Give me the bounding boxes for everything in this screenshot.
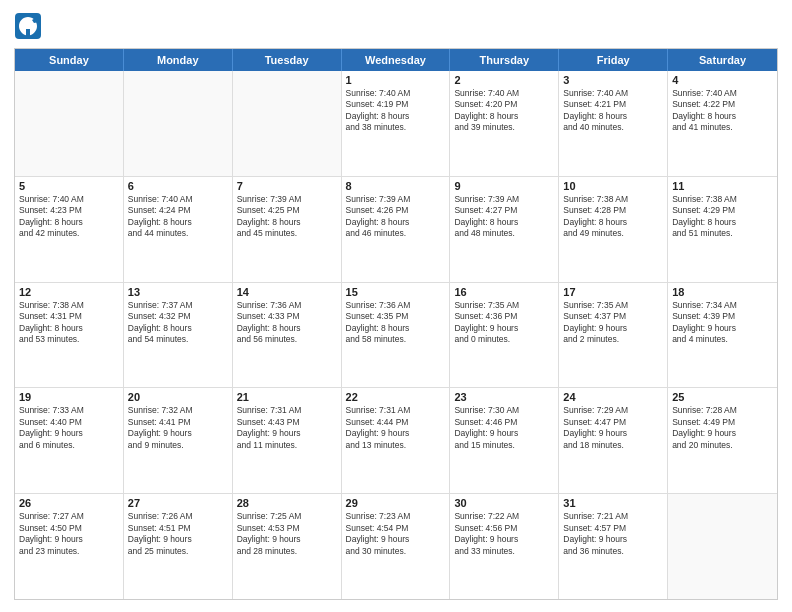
cell-info-15: Sunrise: 7:36 AM Sunset: 4:35 PM Dayligh… xyxy=(346,300,446,346)
calendar-cell-3-7: 18Sunrise: 7:34 AM Sunset: 4:39 PM Dayli… xyxy=(668,283,777,388)
calendar-cell-2-5: 9Sunrise: 7:39 AM Sunset: 4:27 PM Daylig… xyxy=(450,177,559,282)
day-number-6: 6 xyxy=(128,180,228,192)
cell-info-7: Sunrise: 7:39 AM Sunset: 4:25 PM Dayligh… xyxy=(237,194,337,240)
cell-info-9: Sunrise: 7:39 AM Sunset: 4:27 PM Dayligh… xyxy=(454,194,554,240)
weekday-friday: Friday xyxy=(559,49,668,71)
calendar-cell-1-2 xyxy=(124,71,233,176)
day-number-4: 4 xyxy=(672,74,773,86)
cell-info-28: Sunrise: 7:25 AM Sunset: 4:53 PM Dayligh… xyxy=(237,511,337,557)
cell-info-23: Sunrise: 7:30 AM Sunset: 4:46 PM Dayligh… xyxy=(454,405,554,451)
cell-info-21: Sunrise: 7:31 AM Sunset: 4:43 PM Dayligh… xyxy=(237,405,337,451)
weekday-thursday: Thursday xyxy=(450,49,559,71)
day-number-14: 14 xyxy=(237,286,337,298)
cell-info-25: Sunrise: 7:28 AM Sunset: 4:49 PM Dayligh… xyxy=(672,405,773,451)
calendar-cell-4-7: 25Sunrise: 7:28 AM Sunset: 4:49 PM Dayli… xyxy=(668,388,777,493)
calendar-cell-4-1: 19Sunrise: 7:33 AM Sunset: 4:40 PM Dayli… xyxy=(15,388,124,493)
day-number-12: 12 xyxy=(19,286,119,298)
day-number-8: 8 xyxy=(346,180,446,192)
calendar-cell-2-2: 6Sunrise: 7:40 AM Sunset: 4:24 PM Daylig… xyxy=(124,177,233,282)
calendar-cell-2-3: 7Sunrise: 7:39 AM Sunset: 4:25 PM Daylig… xyxy=(233,177,342,282)
calendar-cell-2-1: 5Sunrise: 7:40 AM Sunset: 4:23 PM Daylig… xyxy=(15,177,124,282)
cell-info-6: Sunrise: 7:40 AM Sunset: 4:24 PM Dayligh… xyxy=(128,194,228,240)
day-number-27: 27 xyxy=(128,497,228,509)
calendar-cell-3-6: 17Sunrise: 7:35 AM Sunset: 4:37 PM Dayli… xyxy=(559,283,668,388)
weekday-monday: Monday xyxy=(124,49,233,71)
weekday-saturday: Saturday xyxy=(668,49,777,71)
calendar-cell-4-5: 23Sunrise: 7:30 AM Sunset: 4:46 PM Dayli… xyxy=(450,388,559,493)
day-number-15: 15 xyxy=(346,286,446,298)
day-number-20: 20 xyxy=(128,391,228,403)
day-number-23: 23 xyxy=(454,391,554,403)
day-number-31: 31 xyxy=(563,497,663,509)
day-number-2: 2 xyxy=(454,74,554,86)
cell-info-12: Sunrise: 7:38 AM Sunset: 4:31 PM Dayligh… xyxy=(19,300,119,346)
cell-info-1: Sunrise: 7:40 AM Sunset: 4:19 PM Dayligh… xyxy=(346,88,446,134)
day-number-19: 19 xyxy=(19,391,119,403)
cell-info-19: Sunrise: 7:33 AM Sunset: 4:40 PM Dayligh… xyxy=(19,405,119,451)
cell-info-10: Sunrise: 7:38 AM Sunset: 4:28 PM Dayligh… xyxy=(563,194,663,240)
day-number-28: 28 xyxy=(237,497,337,509)
cell-info-17: Sunrise: 7:35 AM Sunset: 4:37 PM Dayligh… xyxy=(563,300,663,346)
day-number-22: 22 xyxy=(346,391,446,403)
weekday-wednesday: Wednesday xyxy=(342,49,451,71)
calendar-cell-1-6: 3Sunrise: 7:40 AM Sunset: 4:21 PM Daylig… xyxy=(559,71,668,176)
day-number-11: 11 xyxy=(672,180,773,192)
cell-info-13: Sunrise: 7:37 AM Sunset: 4:32 PM Dayligh… xyxy=(128,300,228,346)
calendar-header: Sunday Monday Tuesday Wednesday Thursday… xyxy=(15,49,777,71)
calendar-week-2: 5Sunrise: 7:40 AM Sunset: 4:23 PM Daylig… xyxy=(15,177,777,283)
calendar-cell-3-4: 15Sunrise: 7:36 AM Sunset: 4:35 PM Dayli… xyxy=(342,283,451,388)
cell-info-18: Sunrise: 7:34 AM Sunset: 4:39 PM Dayligh… xyxy=(672,300,773,346)
cell-info-5: Sunrise: 7:40 AM Sunset: 4:23 PM Dayligh… xyxy=(19,194,119,240)
cell-info-11: Sunrise: 7:38 AM Sunset: 4:29 PM Dayligh… xyxy=(672,194,773,240)
cell-info-27: Sunrise: 7:26 AM Sunset: 4:51 PM Dayligh… xyxy=(128,511,228,557)
calendar-cell-3-2: 13Sunrise: 7:37 AM Sunset: 4:32 PM Dayli… xyxy=(124,283,233,388)
calendar-week-3: 12Sunrise: 7:38 AM Sunset: 4:31 PM Dayli… xyxy=(15,283,777,389)
calendar-cell-4-4: 22Sunrise: 7:31 AM Sunset: 4:44 PM Dayli… xyxy=(342,388,451,493)
calendar-cell-1-4: 1Sunrise: 7:40 AM Sunset: 4:19 PM Daylig… xyxy=(342,71,451,176)
day-number-10: 10 xyxy=(563,180,663,192)
calendar-cell-2-7: 11Sunrise: 7:38 AM Sunset: 4:29 PM Dayli… xyxy=(668,177,777,282)
day-number-29: 29 xyxy=(346,497,446,509)
cell-info-30: Sunrise: 7:22 AM Sunset: 4:56 PM Dayligh… xyxy=(454,511,554,557)
calendar-cell-3-3: 14Sunrise: 7:36 AM Sunset: 4:33 PM Dayli… xyxy=(233,283,342,388)
cell-info-31: Sunrise: 7:21 AM Sunset: 4:57 PM Dayligh… xyxy=(563,511,663,557)
day-number-7: 7 xyxy=(237,180,337,192)
logo-icon xyxy=(14,12,42,40)
day-number-3: 3 xyxy=(563,74,663,86)
calendar-week-5: 26Sunrise: 7:27 AM Sunset: 4:50 PM Dayli… xyxy=(15,494,777,599)
day-number-26: 26 xyxy=(19,497,119,509)
cell-info-22: Sunrise: 7:31 AM Sunset: 4:44 PM Dayligh… xyxy=(346,405,446,451)
calendar-week-1: 1Sunrise: 7:40 AM Sunset: 4:19 PM Daylig… xyxy=(15,71,777,177)
calendar-cell-4-3: 21Sunrise: 7:31 AM Sunset: 4:43 PM Dayli… xyxy=(233,388,342,493)
cell-info-29: Sunrise: 7:23 AM Sunset: 4:54 PM Dayligh… xyxy=(346,511,446,557)
logo xyxy=(14,12,44,40)
calendar-cell-2-4: 8Sunrise: 7:39 AM Sunset: 4:26 PM Daylig… xyxy=(342,177,451,282)
weekday-sunday: Sunday xyxy=(15,49,124,71)
page: Sunday Monday Tuesday Wednesday Thursday… xyxy=(0,0,792,612)
day-number-16: 16 xyxy=(454,286,554,298)
calendar-cell-5-7 xyxy=(668,494,777,599)
cell-info-24: Sunrise: 7:29 AM Sunset: 4:47 PM Dayligh… xyxy=(563,405,663,451)
day-number-5: 5 xyxy=(19,180,119,192)
cell-info-8: Sunrise: 7:39 AM Sunset: 4:26 PM Dayligh… xyxy=(346,194,446,240)
cell-info-4: Sunrise: 7:40 AM Sunset: 4:22 PM Dayligh… xyxy=(672,88,773,134)
calendar-cell-5-5: 30Sunrise: 7:22 AM Sunset: 4:56 PM Dayli… xyxy=(450,494,559,599)
calendar-cell-4-6: 24Sunrise: 7:29 AM Sunset: 4:47 PM Dayli… xyxy=(559,388,668,493)
calendar-cell-3-1: 12Sunrise: 7:38 AM Sunset: 4:31 PM Dayli… xyxy=(15,283,124,388)
day-number-9: 9 xyxy=(454,180,554,192)
cell-info-20: Sunrise: 7:32 AM Sunset: 4:41 PM Dayligh… xyxy=(128,405,228,451)
calendar-cell-5-2: 27Sunrise: 7:26 AM Sunset: 4:51 PM Dayli… xyxy=(124,494,233,599)
calendar: Sunday Monday Tuesday Wednesday Thursday… xyxy=(14,48,778,600)
calendar-cell-4-2: 20Sunrise: 7:32 AM Sunset: 4:41 PM Dayli… xyxy=(124,388,233,493)
calendar-cell-1-3 xyxy=(233,71,342,176)
cell-info-16: Sunrise: 7:35 AM Sunset: 4:36 PM Dayligh… xyxy=(454,300,554,346)
calendar-cell-3-5: 16Sunrise: 7:35 AM Sunset: 4:36 PM Dayli… xyxy=(450,283,559,388)
day-number-21: 21 xyxy=(237,391,337,403)
header xyxy=(14,12,778,40)
cell-info-2: Sunrise: 7:40 AM Sunset: 4:20 PM Dayligh… xyxy=(454,88,554,134)
calendar-body: 1Sunrise: 7:40 AM Sunset: 4:19 PM Daylig… xyxy=(15,71,777,599)
calendar-cell-1-5: 2Sunrise: 7:40 AM Sunset: 4:20 PM Daylig… xyxy=(450,71,559,176)
calendar-week-4: 19Sunrise: 7:33 AM Sunset: 4:40 PM Dayli… xyxy=(15,388,777,494)
weekday-tuesday: Tuesday xyxy=(233,49,342,71)
day-number-24: 24 xyxy=(563,391,663,403)
